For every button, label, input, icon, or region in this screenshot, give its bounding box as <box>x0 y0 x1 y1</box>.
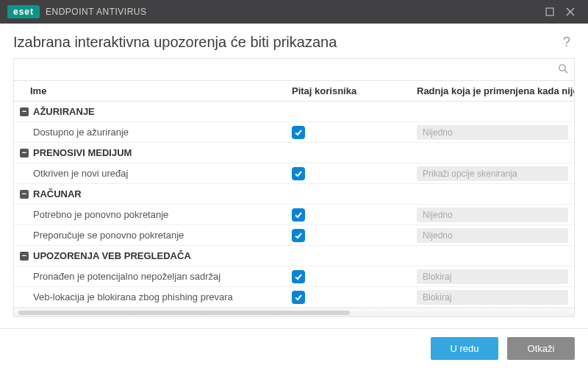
svg-rect-0 <box>546 8 553 15</box>
group-row[interactable]: −RAČUNAR <box>14 184 574 205</box>
group-label: RAČUNAR <box>33 188 82 199</box>
minimize-button[interactable] <box>539 1 560 22</box>
page-header: Izabrana interaktivna upozorenja će biti… <box>0 24 588 58</box>
collapse-icon: − <box>20 252 29 261</box>
collapse-icon: − <box>20 107 29 116</box>
default-action-field: Blokiraj <box>417 269 568 284</box>
ask-user-checkbox[interactable] <box>292 291 305 304</box>
search-input[interactable] <box>20 59 558 80</box>
setting-name: Potrebno je ponovno pokretanje <box>14 206 286 223</box>
close-icon <box>566 7 575 16</box>
svg-line-4 <box>564 70 567 73</box>
setting-row: Potrebno je ponovno pokretanjeNijedno <box>14 205 574 225</box>
group-label: PRENOSIVI MEDIJUM <box>33 147 132 158</box>
default-action-field: Nijedno <box>417 125 568 140</box>
search-icon[interactable] <box>558 63 568 77</box>
product-name: ENDPOINT ANTIVIRUS <box>46 7 146 17</box>
close-button[interactable] <box>560 1 581 22</box>
horizontal-scrollbar[interactable] <box>14 308 574 316</box>
default-action-field: Nijedno <box>417 228 568 243</box>
collapse-icon: − <box>20 190 29 199</box>
titlebar: eset ENDPOINT ANTIVIRUS <box>0 0 588 24</box>
setting-name: Otkriven je novi uređaj <box>14 165 286 182</box>
setting-row: Pronađen je potencijalno nepoželjan sadr… <box>14 266 574 287</box>
column-headers: Ime Pitaj korisnika Radnja koja je prime… <box>14 81 574 102</box>
svg-point-3 <box>559 64 565 70</box>
group-row[interactable]: −PRENOSIVI MEDIJUM <box>14 143 574 163</box>
ok-button[interactable]: U redu <box>431 337 498 360</box>
col-ask: Pitaj korisnika <box>286 81 411 101</box>
setting-name: Dostupno je ažuriranje <box>14 124 286 141</box>
rows-container: −AŽURIRANJEDostupno je ažuriranjeNijedno… <box>14 102 574 308</box>
group-label: UPOZORENJA VEB PREGLEDAČA <box>33 250 191 261</box>
ask-user-checkbox[interactable] <box>292 167 305 180</box>
setting-row: Dostupno je ažuriranjeNijedno <box>14 122 574 143</box>
setting-row: Veb-lokacija je blokirana zbog phishing … <box>14 287 574 308</box>
brand-text: eset <box>13 7 34 17</box>
setting-name: Pronađen je potencijalno nepoželjan sadr… <box>14 268 286 285</box>
collapse-icon: − <box>20 149 29 158</box>
default-action-field: Nijedno <box>417 208 568 222</box>
settings-panel: Ime Pitaj korisnika Radnja koja je prime… <box>13 58 575 317</box>
search-bar <box>14 59 574 81</box>
cancel-button[interactable]: Otkaži <box>507 337 575 360</box>
default-action-field: Blokiraj <box>417 290 568 305</box>
setting-name: Preporučuje se ponovno pokretanje <box>14 227 286 244</box>
minimize-icon <box>545 7 554 16</box>
group-label: AŽURIRANJE <box>33 106 95 117</box>
setting-row: Otkriven je novi uređajPrikaži opcije sk… <box>14 163 574 184</box>
ask-user-checkbox[interactable] <box>292 126 305 139</box>
ask-user-checkbox[interactable] <box>292 229 305 242</box>
footer: U redu Otkaži <box>0 328 588 368</box>
col-name: Ime <box>14 81 286 101</box>
page-title: Izabrana interaktivna upozorenja će biti… <box>13 34 559 51</box>
col-action: Radnja koja je primenjena kada nije u <box>411 81 574 101</box>
setting-row: Preporučuje se ponovno pokretanjeNijedno <box>14 225 574 246</box>
default-action-field: Prikaži opcije skeniranja <box>417 166 568 181</box>
brand-logo: eset <box>7 5 40 18</box>
group-row[interactable]: −UPOZORENJA VEB PREGLEDAČA <box>14 246 574 266</box>
help-button[interactable]: ? <box>559 35 575 50</box>
ask-user-checkbox[interactable] <box>292 208 305 222</box>
ask-user-checkbox[interactable] <box>292 270 305 283</box>
setting-name: Veb-lokacija je blokirana zbog phishing … <box>14 289 286 305</box>
group-row[interactable]: −AŽURIRANJE <box>14 102 574 122</box>
